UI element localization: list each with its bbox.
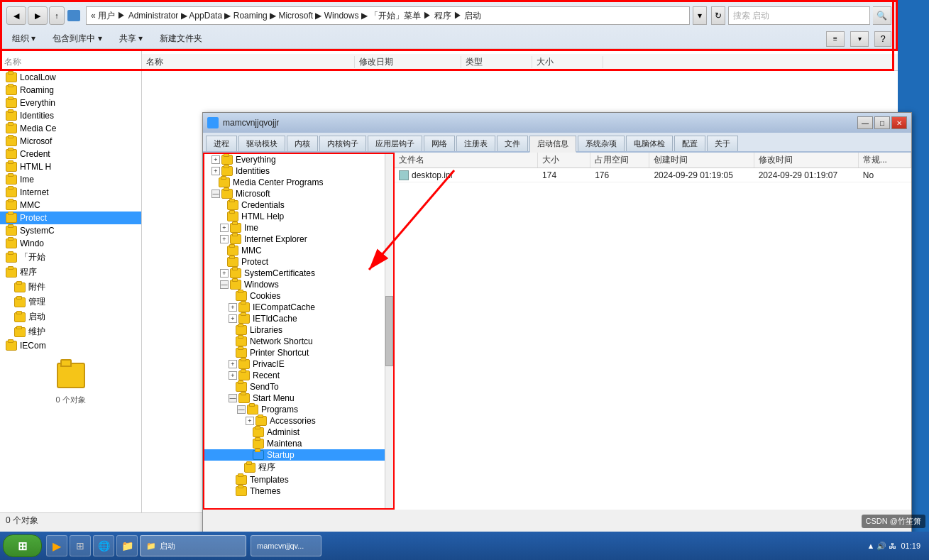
taskbar-cmd[interactable]: ⊞ [70,535,91,556]
sidebar-item-internet[interactable]: Internet [0,186,141,199]
col-modified-time[interactable]: 修改时间 [754,153,859,168]
forward-button[interactable]: ▶ [28,6,48,25]
sidebar-item-ime[interactable]: Ime [0,173,141,186]
col-used-space[interactable]: 占用空间 [590,153,649,168]
tree-privacie[interactable]: + PrivacIE [204,358,393,370]
close-button[interactable]: ✕ [891,116,907,129]
tree-mediacenter[interactable]: Media Center Programs [204,177,393,188]
tree-printer-shortcuts[interactable]: Printer Shortcut [204,347,393,358]
popup-tree[interactable]: + Everything + Identities Media Center P… [203,153,395,510]
tree-systemcerts[interactable]: + SystemCertificates [204,268,393,279]
tab-process[interactable]: 进程 [206,136,237,151]
active-window-button[interactable]: 📁 启动 [140,535,246,556]
sidebar-item-startmenu[interactable]: 「开始 [0,250,141,265]
tree-administ[interactable]: Administ [204,427,393,438]
sidebar-item-accessories[interactable]: 附件 [0,280,141,295]
col-filename[interactable]: 文件名 [395,153,538,168]
tree-accessories[interactable]: + Accessories [204,415,393,427]
tree-ime[interactable]: + Ime [204,222,393,234]
refresh-button[interactable]: ↻ [711,6,725,25]
tab-pc-check[interactable]: 电脑体检 [626,136,673,151]
tree-maintenance[interactable]: Maintena [204,438,393,449]
address-box[interactable]: « 用户 ▶ Administrator ▶ AppData ▶ Roaming… [86,6,690,25]
tab-registry[interactable]: 注册表 [456,136,495,151]
tree-identities[interactable]: + Identities [204,165,393,177]
sidebar-item-systemc[interactable]: SystemC [0,224,141,237]
sidebar-item-credentials[interactable]: Credent [0,148,141,160]
tree-mmc[interactable]: MMC [204,245,393,256]
tree-sendto[interactable]: SendTo [204,381,393,392]
up-button[interactable]: ↑ [49,6,65,25]
expand-icon[interactable]: — [220,280,229,289]
address-dropdown[interactable]: ▾ [693,6,707,25]
tree-scroll[interactable]: + Everything + Identities Media Center P… [204,154,393,508]
expand-icon[interactable]: + [229,360,237,368]
tree-libraries[interactable]: Libraries [204,324,393,336]
tree-credentials[interactable]: Credentials [204,199,393,211]
col-normal[interactable]: 常规... [859,153,911,168]
tab-files[interactable]: 文件 [497,136,528,151]
tree-startmenu[interactable]: — Start Menu [204,392,393,404]
expand-icon[interactable]: + [246,417,254,425]
col-name[interactable]: 名称 [142,56,355,68]
sidebar-item-mediacenter[interactable]: Media Ce [0,122,141,135]
tab-config[interactable]: 配置 [674,136,705,151]
sidebar-item-microsoft[interactable]: Microsof [0,135,141,148]
tree-programs[interactable]: — Programs [204,404,393,415]
tab-network[interactable]: 网络 [424,136,455,151]
tree-scrollbar[interactable] [385,154,393,508]
sidebar-item-startup[interactable]: 启动 [0,309,141,324]
expand-icon[interactable]: + [229,314,237,323]
tab-kernel-hooks[interactable]: 内核钩子 [319,136,366,151]
expand-icon[interactable]: — [229,394,237,402]
tree-startup[interactable]: Startup [204,449,393,461]
search-button[interactable]: 🔍 [873,6,891,25]
sidebar-item-iecom[interactable]: IECom [0,339,141,352]
col-type[interactable]: 类型 [461,56,532,68]
col-size[interactable]: 大小 [538,153,590,168]
tree-network-shortcuts[interactable]: Network Shortcu [204,336,393,347]
col-date[interactable]: 修改日期 [355,56,461,68]
tab-about[interactable]: 关于 [707,136,738,151]
menu-share[interactable]: 共享 ▾ [114,31,148,46]
tree-windows[interactable]: — Windows [204,279,393,290]
menu-include-library[interactable]: 包含到库中 ▾ [47,31,107,46]
sidebar-item-htmlhelp[interactable]: HTML H [0,160,141,173]
col-size[interactable]: 大小 [532,56,603,68]
file-name-cell[interactable]: desktop.ini [395,169,538,182]
tree-cookies[interactable]: Cookies [204,290,393,302]
tree-protect[interactable]: Protect [204,256,393,268]
sidebar-item-roaming[interactable]: Roaming [0,84,141,97]
tree-templates[interactable]: Templates [204,474,393,485]
taskbar-media-player[interactable]: ▶ [46,535,67,556]
menu-organize[interactable]: 组织 ▾ [6,31,41,46]
view-options[interactable]: ▾ [850,31,869,47]
tab-startup-info[interactable]: 启动信息 [529,136,576,153]
expand-icon[interactable]: + [229,303,237,312]
tab-system-misc[interactable]: 系统杂项 [578,136,625,151]
sidebar-item-localow[interactable]: LocalLow [0,71,141,84]
sidebar-item-everything[interactable]: Everythin [0,97,141,109]
minimize-button[interactable]: — [857,116,873,129]
popup-taskbar-button[interactable]: mamcvnjjqv... [251,535,321,556]
sidebar-item-maintenance[interactable]: 维护 [0,324,141,339]
expand-icon[interactable]: + [220,235,229,243]
tab-drivers[interactable]: 驱动模块 [238,136,285,151]
taskbar-windows[interactable]: 🌐 [93,535,114,556]
tree-everything[interactable]: + Everything [204,154,393,165]
tree-iecompatcache[interactable]: + IECompatCache [204,302,393,313]
expand-icon[interactable]: + [220,224,229,232]
tab-kernel[interactable]: 内核 [287,136,318,151]
sidebar-item-mmc[interactable]: MMC [0,199,141,212]
tree-recent[interactable]: + Recent [204,370,393,381]
start-button[interactable]: ⊞ [3,534,42,557]
sidebar-scroll[interactable]: LocalLow Roaming Everythin Identities Me… [0,71,141,512]
file-row-desktop-ini[interactable]: desktop.ini 174 176 2024-09-29 01:19:05 … [395,168,911,182]
expand-icon[interactable]: — [211,190,220,198]
taskbar-explorer[interactable]: 📁 [116,535,138,556]
sidebar-item-admin[interactable]: 管理 [0,295,141,309]
expand-icon[interactable]: + [211,155,220,164]
scrollbar-thumb[interactable] [385,296,393,367]
expand-icon[interactable]: + [220,269,229,278]
search-box[interactable]: 搜索 启动 [728,6,870,25]
